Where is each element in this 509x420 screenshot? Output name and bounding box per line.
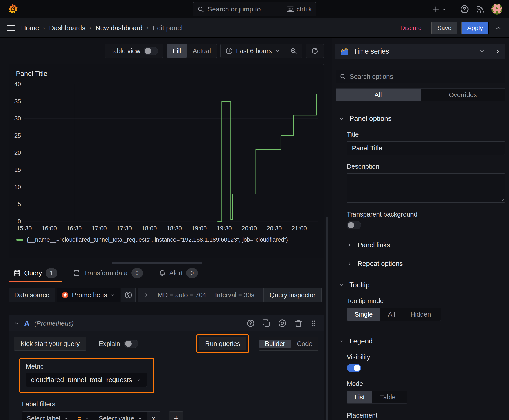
tooltip-mode-label: Tooltip mode	[347, 297, 505, 305]
tab-transform[interactable]: Transform data 0	[73, 268, 143, 282]
time-series-chart[interactable]: 051015202530354015:3016:0016:3017:0017:3…	[13, 77, 319, 235]
eye-icon[interactable]	[278, 319, 287, 328]
add-filter-button[interactable]: +	[169, 412, 183, 420]
discard-button[interactable]: Discard	[395, 22, 427, 34]
apply-button[interactable]: Apply	[461, 22, 489, 34]
explain-toggle[interactable]	[124, 340, 138, 348]
grafana-logo[interactable]	[7, 3, 18, 15]
series-label: {__name__="cloudflared_tunnel_total_requ…	[27, 236, 288, 243]
panel-title: Panel Title	[13, 68, 319, 77]
search-icon	[340, 73, 346, 80]
time-range-picker[interactable]: Last 6 hours	[220, 44, 285, 58]
tab-all-options[interactable]: All	[336, 89, 421, 101]
kick-start-button[interactable]: Kick start your query	[14, 337, 86, 351]
transparent-bg-toggle[interactable]	[347, 221, 361, 229]
chevron-down-icon	[339, 282, 344, 288]
drag-grip-icon[interactable]	[310, 320, 318, 327]
tooltip-single[interactable]: Single	[347, 308, 380, 321]
query-inspector-button[interactable]: Query inspector	[264, 288, 322, 302]
breadcrumb-new-dashboard[interactable]: New dashboard	[95, 24, 143, 32]
description-textarea[interactable]	[347, 173, 505, 202]
svg-text:25: 25	[14, 132, 21, 139]
query-toolbar: Kick start your query Explain Run querie…	[8, 331, 324, 353]
svg-text:5: 5	[18, 201, 21, 208]
visualization-picker[interactable]: Time series	[335, 44, 490, 59]
select-label-dropdown[interactable]: Select label	[22, 412, 73, 420]
query-options-bar[interactable]: MD = auto = 704 Interval = 30s	[138, 288, 281, 302]
svg-text:30: 30	[14, 115, 21, 122]
mode-table[interactable]: Table	[372, 391, 403, 403]
duplicate-icon[interactable]	[262, 319, 270, 327]
datasource-picker[interactable]: Prometheus	[57, 288, 120, 302]
timeseries-viz-icon	[340, 47, 349, 56]
chevron-down-icon	[111, 292, 115, 298]
options-tabs: All Overrides	[335, 88, 505, 101]
breadcrumb-home[interactable]: Home	[21, 24, 39, 32]
search-icon	[197, 6, 204, 13]
help-icon[interactable]	[247, 319, 255, 327]
news-button[interactable]	[476, 5, 485, 14]
fill-option[interactable]: Fill	[167, 44, 187, 58]
toggle-viz-pane-button[interactable]	[490, 44, 505, 59]
table-view-toggle[interactable]	[144, 47, 158, 55]
repeat-options-section[interactable]: Repeat options	[347, 255, 505, 273]
datasource-row: Data source Prometheus MD = auto = 704 I…	[8, 288, 324, 302]
metric-select[interactable]: cloudflared_tunnel_total_requests	[26, 373, 147, 387]
chart-legend[interactable]: {__name__="cloudflared_tunnel_total_requ…	[13, 235, 319, 243]
svg-text:18:30: 18:30	[167, 225, 182, 232]
chevron-right-icon	[495, 49, 501, 54]
resize-handle-icon[interactable]	[500, 197, 504, 202]
plus-icon	[432, 5, 440, 13]
code-option[interactable]: Code	[291, 340, 318, 347]
builder-option[interactable]: Builder	[259, 340, 291, 347]
title-input[interactable]	[347, 141, 505, 155]
tab-alert[interactable]: Alert 0	[159, 268, 198, 282]
tooltip-all[interactable]: All	[380, 308, 403, 321]
transparent-bg-label: Transparent background	[347, 211, 505, 218]
run-queries-button[interactable]: Run queries	[199, 337, 246, 351]
svg-text:16:00: 16:00	[42, 225, 57, 232]
global-search[interactable]: Search or jump to... ctrl+k	[193, 2, 316, 16]
datasource-help-button[interactable]	[121, 288, 136, 302]
actual-option[interactable]: Actual	[187, 44, 217, 58]
help-button[interactable]	[460, 5, 469, 14]
tab-overrides[interactable]: Overrides	[421, 89, 505, 101]
trash-icon[interactable]	[294, 319, 302, 327]
mode-list[interactable]: List	[347, 391, 372, 403]
options-search[interactable]: Search options	[335, 69, 505, 83]
tooltip-hidden[interactable]: Hidden	[403, 308, 439, 321]
database-icon	[14, 270, 21, 277]
resize-drag-handle[interactable]	[112, 262, 202, 264]
select-value-dropdown[interactable]: Select value	[94, 412, 147, 420]
refresh-button[interactable]	[306, 44, 324, 58]
zoom-out-button[interactable]	[285, 44, 302, 58]
panel-links-section[interactable]: Panel links	[347, 236, 505, 254]
breadcrumb-dashboards[interactable]: Dashboards	[49, 24, 85, 32]
chevron-down-icon	[275, 48, 280, 53]
series-color-pill	[16, 239, 23, 241]
panel-options-header[interactable]: Panel options	[332, 108, 509, 123]
chart-panel: Panel Title 051015202530354015:3016:0016…	[8, 64, 324, 258]
svg-text:20:30: 20:30	[267, 225, 282, 232]
refresh-icon	[311, 47, 319, 55]
operator-dropdown[interactable]: =	[73, 412, 94, 420]
avatar[interactable]	[492, 4, 502, 15]
datasource-label: Data source	[8, 288, 55, 302]
collapse-header-button[interactable]	[495, 24, 502, 32]
tab-query[interactable]: Query 1	[14, 268, 57, 282]
datasource-name: Prometheus	[72, 292, 107, 299]
remove-filter-button[interactable]: x	[147, 412, 160, 420]
breadcrumb-separator: ›	[89, 24, 91, 31]
add-new-button[interactable]	[432, 5, 446, 13]
legend-visibility-toggle[interactable]	[347, 364, 361, 372]
breadcrumb: Home › Dashboards › New dashboard › Edit…	[21, 24, 182, 32]
save-button[interactable]: Save	[431, 22, 457, 34]
menu-toggle-icon[interactable]	[7, 25, 15, 31]
tooltip-header[interactable]: Tooltip	[332, 275, 509, 289]
query-count-badge: 1	[46, 268, 57, 278]
query-header-row[interactable]: A (Prometheus)	[8, 315, 324, 331]
description-label: Description	[347, 163, 505, 170]
vertical-scrollbar[interactable]	[326, 217, 328, 420]
svg-text:19:30: 19:30	[217, 225, 232, 232]
legend-header[interactable]: Legend	[332, 331, 509, 345]
